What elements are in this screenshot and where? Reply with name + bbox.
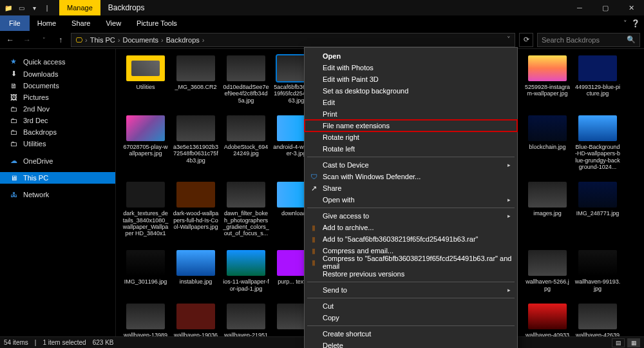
file-thumbnail[interactable]: Blue-Background-HD-wallpapers-blue-grund… [574,115,621,170]
sidebar-item-2ndnov[interactable]: 🗀2nd Nov [0,103,115,115]
ribbon-tab-share[interactable]: Share [64,15,98,31]
ctx-print[interactable]: Print [305,108,517,120]
file-thumbnail[interactable]: dark_textures_details_3840x1080_wallpape… [122,182,169,238]
properties-icon[interactable]: ▭ [17,3,26,12]
ctx-compress-to[interactable]: ▮Compress to "5acaf6bfb36038219f65fcd254… [305,256,517,268]
window-title: Backdrops [108,3,145,12]
thumbnail-image [176,55,215,81]
ribbon-tab-tools[interactable]: Picture Tools [129,15,185,31]
divider: | [43,3,52,12]
file-thumbnail[interactable]: IMG_248771.jpg [574,182,621,238]
ctx-cast[interactable]: Cast to Device▸ [305,159,517,171]
file-thumbnail[interactable]: wallhaven-190365.jpg [173,304,219,336]
ctx-open[interactable]: Open [305,50,517,62]
search-input[interactable]: Search Backdrops 🔍 [537,33,640,47]
chevron-right-icon[interactable]: › [202,36,205,44]
breadcrumb-thispc[interactable]: This PC [90,36,115,44]
ctx-copy[interactable]: Copy [305,312,517,324]
recent-button[interactable]: ˅ [37,37,50,43]
ctx-cut[interactable]: Cut [305,300,517,312]
file-thumbnail[interactable]: ios-11-wallpaper-for-ipad-1.jpg [223,250,269,292]
sidebar-item-thispc[interactable]: 🖥This PC [0,172,115,184]
breadcrumb-backdrops[interactable]: Backdrops [166,36,200,44]
file-thumbnail[interactable]: dawn_filter_bokeh_photographers_gradient… [223,182,269,238]
sidebar-item-utilities[interactable]: 🗀Utilities [0,138,115,150]
folder-icon: 🖵 [75,36,82,44]
breadcrumb-documents[interactable]: Documents [122,36,158,44]
ctx-edit-photos[interactable]: Edit with Photos [305,62,517,73]
ctx-shortcut[interactable]: Create shortcut [305,328,517,340]
sidebar-item-backdrops[interactable]: 🗀Backdrops [0,126,115,138]
refresh-button[interactable]: ⟳ [519,33,533,47]
back-button[interactable]: ← [4,35,17,44]
ctx-restore[interactable]: Restore previous versions [305,268,517,280]
minimize-button[interactable]: ─ [567,0,592,15]
file-thumbnail[interactable]: wallhaven-99193.jpg [574,250,621,292]
dropdown-icon[interactable]: ˅ [507,35,511,44]
ctx-give-access[interactable]: Give access to▸ [305,210,517,222]
maximize-button[interactable]: ▢ [592,0,618,15]
chevron-down-icon[interactable]: ˅ [623,19,627,28]
file-thumbnail[interactable]: Utilities [122,55,169,104]
ctx-defender[interactable]: 🛡Scan with Windows Defender... [305,171,517,182]
file-thumbnail[interactable]: 5259928-instagram-wallpaper.jpg [524,55,571,104]
help-icon[interactable]: ❔ [631,19,640,28]
chevron-right-icon[interactable]: › [161,36,164,44]
ribbon-tab-manage[interactable]: Manage [59,0,100,15]
file-thumbnail[interactable]: 67028705-play-wallpapers.jpg [122,115,169,170]
file-thumbnail[interactable]: IMG_301196.jpg [122,250,169,292]
ribbon-tab-view[interactable]: View [98,15,129,31]
file-thumbnail[interactable]: blockchain.jpg [524,115,571,170]
ctx-rotate-right[interactable]: Rotate right [305,131,517,143]
file-thumbnail[interactable]: wallhaven-5266.jpg [524,250,571,292]
file-thumbnail[interactable]: wallhaven-219518.jpg [223,304,269,336]
sidebar-item-downloads[interactable]: ⬇Downloads [0,68,115,80]
thumbnail-caption: dark-wood-wallpapers-full-hd-Is-Cool-Wal… [173,210,219,230]
ctx-open-with[interactable]: Open with▸ [305,194,517,206]
thumbnails-view-icon[interactable]: ▦ [627,338,640,347]
share-icon: ↗ [308,184,319,193]
details-view-icon[interactable]: ▤ [612,338,625,347]
file-thumbnail[interactable]: _MG_3608.CR2 [173,55,219,104]
file-thumbnail[interactable]: AdobeStock_69424249.jpg [223,115,269,170]
chevron-right-icon: ▸ [507,287,511,293]
file-thumbnail[interactable]: instablue.jpg [173,250,219,292]
ctx-add-to[interactable]: ▮Add to "5acaf6bfb36038219f65fcd254491b6… [305,233,517,245]
ctx-edit-paint3d[interactable]: Edit with Paint 3D [305,73,517,85]
file-thumbnail[interactable]: wallhaven-139895.jpg [122,304,169,336]
ctx-file-name-ext[interactable]: File name extensions [305,120,517,131]
forward-button[interactable]: → [21,35,33,44]
ctx-set-bg[interactable]: Set as desktop background [305,85,517,97]
dropdown-icon[interactable]: ▾ [30,3,39,12]
ctx-delete[interactable]: Delete [305,340,517,348]
file-thumbnail[interactable]: a3e5e1361902b372548fb0631c75f4b3.jpg [173,115,219,170]
sidebar-item-quick-access[interactable]: ★Quick access [0,55,115,68]
ribbon-tab-file[interactable]: File [0,15,30,31]
chevron-right-icon[interactable]: › [118,36,120,44]
breadcrumb[interactable]: 🖵 › This PC › Documents › Backdrops › ˅ [71,33,515,47]
ctx-add-archive[interactable]: ▮Add to archive... [305,222,517,233]
sidebar-item-onedrive[interactable]: ☁OneDrive [0,155,115,167]
ctx-edit[interactable]: Edit [305,97,517,108]
file-thumbnail[interactable]: 44993129-blue-picture.jpg [574,55,621,104]
up-button[interactable]: ↑ [54,35,67,44]
sidebar-item-pictures[interactable]: 🖼Pictures [0,92,115,103]
file-thumbnail[interactable]: wallhaven-409335.jpg [524,304,571,336]
thumbnail-caption: 5259928-instagram-wallpaper.jpg [524,84,571,97]
file-thumbnail[interactable]: wallhaven-426396.png [574,304,621,336]
archive-icon: ▮ [308,224,319,232]
ctx-sendto[interactable]: Send to▸ [305,284,517,296]
ctx-share[interactable]: ↗Share [305,182,517,194]
ctx-rotate-left[interactable]: Rotate left [305,143,517,155]
chevron-right-icon[interactable]: › [85,36,88,44]
close-button[interactable]: ✕ [618,0,644,15]
ribbon-tab-home[interactable]: Home [30,15,64,31]
archive-icon: ▮ [308,247,319,255]
file-thumbnail[interactable]: dark-wood-wallpapers-full-hd-Is-Cool-Wal… [173,182,219,238]
sidebar-item-documents[interactable]: 🗎Documents [0,80,115,92]
thumbnail-image [227,182,265,208]
file-thumbnail[interactable]: 0d10ed8adSee7eef9ee4f2c8fb34d5a.jpg [223,55,269,104]
sidebar-item-3rddec[interactable]: 🗀3rd Dec [0,115,115,126]
file-thumbnail[interactable]: images.jpg [524,182,571,238]
sidebar-item-network[interactable]: 🖧Network [0,189,115,200]
